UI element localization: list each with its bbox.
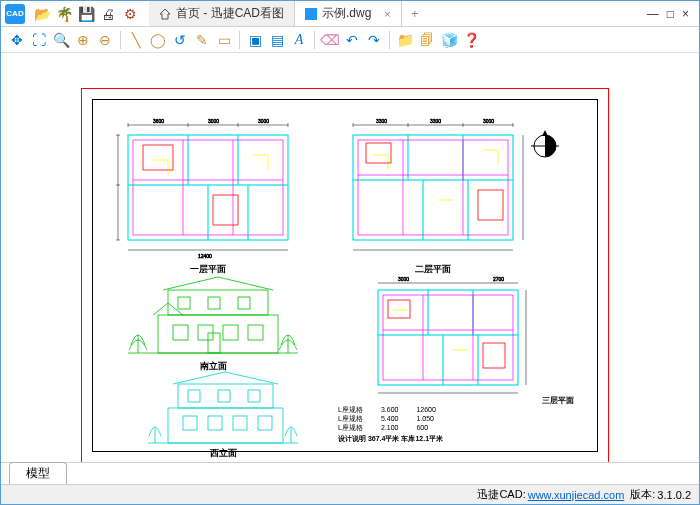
svg-rect-80 <box>383 295 513 380</box>
minimize-button[interactable]: — <box>647 7 659 21</box>
svg-rect-5 <box>238 135 288 185</box>
floor-plan-2: 330033003000 <box>338 115 528 260</box>
svg-rect-36 <box>358 140 508 235</box>
svg-rect-65 <box>178 384 273 408</box>
elevation-2 <box>143 370 303 450</box>
tab-home-label: 首页 - 迅捷CAD看图 <box>176 5 284 22</box>
svg-rect-14 <box>213 195 238 225</box>
svg-rect-66 <box>183 416 197 430</box>
separator <box>239 31 240 49</box>
save-icon[interactable]: 💾 <box>77 5 95 23</box>
status-link[interactable]: www.xunjiecad.com <box>528 489 625 501</box>
svg-rect-71 <box>218 390 230 402</box>
svg-rect-85 <box>483 343 505 368</box>
save2-icon[interactable]: 🗐 <box>417 30 437 50</box>
separator <box>389 31 390 49</box>
document-tabs: 首页 - 迅捷CAD看图 示例.dwg × + <box>149 1 637 26</box>
svg-rect-59 <box>178 297 190 309</box>
pan-icon[interactable]: ✥ <box>7 30 27 50</box>
zoom-out-icon[interactable]: ⊖ <box>95 30 115 50</box>
elevation-1 <box>123 275 303 360</box>
drawing-content: 360030003000 12400 一层平面 <box>93 100 597 451</box>
svg-rect-61 <box>238 297 250 309</box>
svg-rect-4 <box>188 135 238 185</box>
close-button[interactable]: × <box>682 7 689 21</box>
svg-rect-30 <box>353 135 408 180</box>
svg-rect-57 <box>223 325 238 340</box>
svg-rect-76 <box>473 290 518 335</box>
svg-rect-60 <box>208 297 220 309</box>
svg-rect-73 <box>378 290 518 385</box>
text-icon[interactable]: A <box>289 30 309 50</box>
svg-text:3600: 3600 <box>153 118 164 124</box>
help-icon[interactable]: ❓ <box>461 30 481 50</box>
notes-block: L座规格3.60012600 L座规格5.4001.050 L座规格2.1006… <box>338 405 568 443</box>
tab-close-button[interactable]: × <box>376 8 390 20</box>
tab-document[interactable]: 示例.dwg × <box>295 1 402 26</box>
palm-tree-icon[interactable]: 🌴 <box>55 5 73 23</box>
circle-icon[interactable]: ◯ <box>148 30 168 50</box>
svg-rect-6 <box>128 185 208 240</box>
svg-rect-77 <box>378 335 443 385</box>
svg-text:3000: 3000 <box>483 118 494 124</box>
floor-plan-1: 360030003000 12400 <box>113 115 303 260</box>
inner-border: 360030003000 12400 一层平面 <box>92 99 598 452</box>
svg-rect-68 <box>233 416 247 430</box>
svg-rect-35 <box>468 180 513 240</box>
svg-rect-62 <box>208 333 220 353</box>
svg-rect-69 <box>258 416 272 430</box>
prefs-icon[interactable]: ⚙ <box>121 5 139 23</box>
layer-icon[interactable]: ▣ <box>245 30 265 50</box>
drawing-canvas[interactable]: 360030003000 12400 一层平面 <box>1 53 699 462</box>
floor-plan-3: 30002700 <box>363 275 533 405</box>
open-icon[interactable]: 📂 <box>33 5 51 23</box>
svg-rect-64 <box>168 408 283 443</box>
app-logo: CAD <box>5 4 25 24</box>
svg-rect-29 <box>353 135 513 240</box>
compass-icon <box>525 124 565 164</box>
svg-text:2700: 2700 <box>493 276 504 282</box>
svg-rect-58 <box>248 325 263 340</box>
svg-text:12400: 12400 <box>198 253 212 259</box>
svg-rect-53 <box>158 315 278 353</box>
zoom-in-icon[interactable]: ⊕ <box>73 30 93 50</box>
undo-icon[interactable]: ↶ <box>342 30 362 50</box>
tab-home[interactable]: 首页 - 迅捷CAD看图 <box>149 1 295 26</box>
svg-rect-84 <box>388 300 410 318</box>
svg-rect-31 <box>408 135 463 180</box>
erase-icon[interactable]: ⌫ <box>320 30 340 50</box>
maximize-button[interactable]: □ <box>667 7 674 21</box>
print-icon[interactable]: 🖨 <box>99 5 117 23</box>
svg-text:3000: 3000 <box>398 276 409 282</box>
svg-rect-32 <box>463 135 513 180</box>
svg-rect-34 <box>423 180 468 240</box>
svg-rect-33 <box>353 180 423 240</box>
svg-rect-55 <box>173 325 188 340</box>
svg-rect-40 <box>366 143 391 163</box>
svg-rect-75 <box>428 290 473 335</box>
svg-rect-54 <box>168 290 268 315</box>
layer-prev-icon[interactable]: ▤ <box>267 30 287 50</box>
dwg-file-icon <box>305 8 317 20</box>
box-icon[interactable]: 🧊 <box>439 30 459 50</box>
main-toolbar: ✥ ⛶ 🔍 ⊕ ⊖ ╲ ◯ ↺ ✎ ▭ ▣ ▤ A ⌫ ↶ ↷ 📁 🗐 🧊 ❓ <box>1 27 699 53</box>
open2-icon[interactable]: 📁 <box>395 30 415 50</box>
zoom-extents-icon[interactable]: ⛶ <box>29 30 49 50</box>
status-prefix: 迅捷CAD: <box>477 487 525 502</box>
svg-text:3300: 3300 <box>376 118 387 124</box>
zoom-window-icon[interactable]: 🔍 <box>51 30 71 50</box>
status-version: 3.1.0.2 <box>657 489 691 501</box>
arc-icon[interactable]: ↺ <box>170 30 190 50</box>
svg-rect-74 <box>378 290 428 335</box>
svg-rect-8 <box>248 185 288 240</box>
new-tab-button[interactable]: + <box>402 1 428 26</box>
app-window: CAD 📂 🌴 💾 🖨 ⚙ 首页 - 迅捷CAD看图 示例.dwg × + — … <box>0 0 700 505</box>
redo-icon[interactable]: ↷ <box>364 30 384 50</box>
line-icon[interactable]: ╲ <box>126 30 146 50</box>
rectangle-icon[interactable]: ▭ <box>214 30 234 50</box>
svg-rect-72 <box>248 390 260 402</box>
model-tab[interactable]: 模型 <box>9 462 67 484</box>
svg-rect-70 <box>188 390 200 402</box>
layout-tabs: 模型 <box>1 462 699 484</box>
polyline-icon[interactable]: ✎ <box>192 30 212 50</box>
